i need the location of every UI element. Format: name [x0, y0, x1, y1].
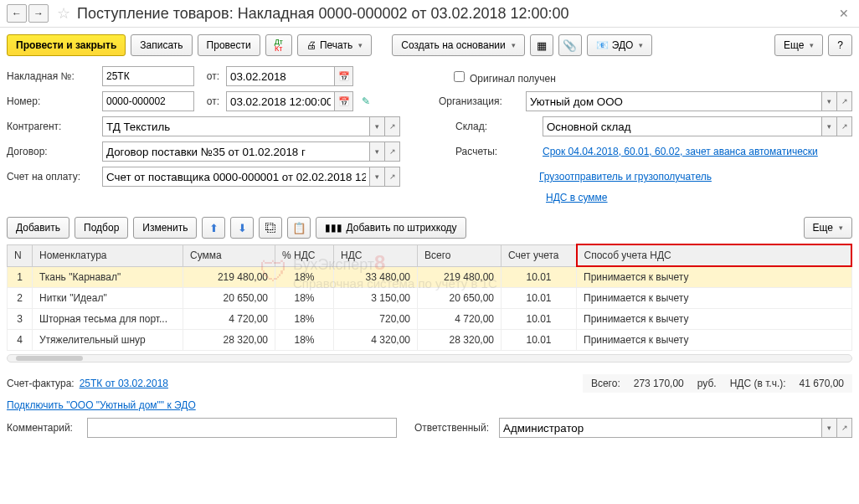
- dt-kt-button[interactable]: ДтКт: [265, 34, 292, 56]
- write-button[interactable]: Записать: [131, 34, 192, 56]
- total-label: Всего:: [591, 378, 620, 389]
- cell-account: 10.01: [502, 309, 577, 330]
- cell-total: 28 320,00: [418, 330, 502, 351]
- col-total[interactable]: Всего: [418, 244, 502, 266]
- cell-n: 3: [8, 309, 33, 330]
- calendar-icon[interactable]: 📅: [335, 66, 353, 86]
- contract-label: Договор:: [7, 146, 99, 157]
- calc-link[interactable]: Срок 04.04.2018, 60.01, 60.02, зачет ава…: [543, 146, 818, 157]
- cell-sum: 219 480,00: [183, 266, 275, 288]
- vat-total-value: 41 670,00: [800, 378, 844, 389]
- contract-input[interactable]: [102, 141, 370, 162]
- open-icon[interactable]: ↗: [385, 167, 400, 187]
- cell-vat-pct: 18%: [275, 330, 334, 351]
- add-row-button[interactable]: Добавить: [7, 217, 69, 239]
- paste-icon[interactable]: 📋: [287, 217, 311, 239]
- vat-mode-link[interactable]: НДС в сумме: [546, 192, 608, 203]
- cell-total: 219 480,00: [418, 266, 502, 288]
- invoice-date-input[interactable]: [226, 66, 335, 86]
- dropdown-icon[interactable]: ▾: [822, 116, 837, 136]
- col-vat-pct[interactable]: % НДС: [275, 244, 334, 266]
- cell-vat: 3 150,00: [334, 288, 418, 309]
- cell-account: 10.01: [502, 288, 577, 309]
- paybill-input[interactable]: [102, 167, 370, 187]
- number-label: Номер:: [7, 95, 99, 107]
- open-icon[interactable]: ↗: [837, 418, 852, 438]
- col-account[interactable]: Счет учета: [502, 244, 577, 266]
- cell-vat-pct: 18%: [275, 266, 334, 288]
- print-button[interactable]: 🖨 Печать: [297, 34, 372, 56]
- invoice-link[interactable]: 25ТК от 03.02.2018: [80, 378, 168, 389]
- cell-method: Принимается к вычету: [577, 309, 852, 330]
- close-icon[interactable]: ✕: [836, 3, 852, 23]
- favorite-star-icon[interactable]: ☆: [57, 4, 70, 23]
- col-nomen[interactable]: Номенклатура: [33, 244, 183, 266]
- add-by-barcode-button[interactable]: ▮▮▮ Добавить по штрихкоду: [316, 217, 466, 239]
- number-input[interactable]: [102, 91, 194, 111]
- post-and-close-button[interactable]: Провести и закрыть: [7, 34, 126, 56]
- window-title: Поступление товаров: Накладная 0000-0000…: [77, 5, 836, 23]
- move-up-icon[interactable]: ⬆: [202, 217, 225, 239]
- counterparty-label: Контрагент:: [7, 121, 99, 132]
- cell-total: 4 720,00: [418, 309, 502, 330]
- open-icon[interactable]: ↗: [385, 141, 400, 162]
- structure-icon[interactable]: ▦: [530, 34, 553, 56]
- post-button[interactable]: Провести: [198, 34, 260, 56]
- status-pencil-icon[interactable]: ✎: [362, 95, 370, 107]
- table-row[interactable]: 4Утяжелительный шнур28 320,0018%4 320,00…: [8, 330, 852, 351]
- invoice-no-input[interactable]: [102, 66, 194, 86]
- nav-back-button[interactable]: ←: [7, 4, 27, 23]
- cell-n: 4: [8, 330, 33, 351]
- table-more-button[interactable]: Еще: [804, 217, 852, 239]
- help-button[interactable]: ?: [828, 34, 852, 56]
- cell-account: 10.01: [502, 266, 577, 288]
- col-vat-method[interactable]: Способ учета НДС: [577, 244, 852, 266]
- counterparty-input[interactable]: [102, 116, 370, 136]
- barcode-icon: ▮▮▮: [325, 222, 342, 234]
- horizontal-scrollbar[interactable]: [7, 354, 852, 363]
- dropdown-icon[interactable]: ▾: [822, 418, 837, 438]
- shipper-link[interactable]: Грузоотправитель и грузополучатель: [539, 171, 712, 183]
- col-n[interactable]: N: [8, 244, 33, 266]
- number-date-input[interactable]: [226, 91, 335, 111]
- edit-row-button[interactable]: Изменить: [133, 217, 197, 239]
- cell-nomen: Шторная тесьма для порт...: [33, 309, 183, 330]
- select-rows-button[interactable]: Подбор: [75, 217, 128, 239]
- items-table: N Номенклатура Сумма % НДС НДС Всего Сче…: [7, 244, 852, 351]
- table-row[interactable]: 1Ткань "Карнавал"219 480,0018%33 480,002…: [8, 266, 852, 288]
- comment-label: Комментарий:: [7, 422, 82, 434]
- org-input[interactable]: [526, 91, 822, 111]
- nav-fwd-button[interactable]: →: [28, 4, 49, 23]
- open-icon[interactable]: ↗: [837, 116, 852, 136]
- dropdown-icon[interactable]: ▾: [370, 141, 385, 162]
- col-vat[interactable]: НДС: [334, 244, 418, 266]
- edo-button[interactable]: 📧 ЭДО: [587, 34, 653, 56]
- comment-input[interactable]: [87, 418, 397, 438]
- move-down-icon[interactable]: ⬇: [230, 217, 254, 239]
- table-row[interactable]: 3Шторная тесьма для порт...4 720,0018%72…: [8, 309, 852, 330]
- cell-method: Принимается к вычету: [577, 330, 852, 351]
- create-based-button[interactable]: Создать на основании: [392, 34, 525, 56]
- col-sum[interactable]: Сумма: [183, 244, 275, 266]
- copy-icon[interactable]: ⿻: [259, 217, 282, 239]
- cell-sum: 20 650,00: [183, 288, 275, 309]
- responsible-input[interactable]: [499, 418, 822, 438]
- cell-total: 20 650,00: [418, 288, 502, 309]
- table-row[interactable]: 2Нитки "Идеал"20 650,0018%3 150,0020 650…: [8, 288, 852, 309]
- attach-clip-icon[interactable]: 📎: [558, 34, 582, 56]
- cell-vat-pct: 18%: [275, 309, 334, 330]
- original-received-checkbox[interactable]: Оригинал получен: [450, 69, 556, 85]
- cell-vat: 4 320,00: [334, 330, 418, 351]
- responsible-label: Ответственный:: [402, 422, 494, 434]
- connect-edo-link[interactable]: Подключить "ООО "Уютный дом"" к ЭДО: [7, 399, 196, 411]
- dropdown-icon[interactable]: ▾: [370, 116, 385, 136]
- open-icon[interactable]: ↗: [385, 116, 400, 136]
- dropdown-icon[interactable]: ▾: [370, 167, 385, 187]
- calendar-icon-2[interactable]: 📅: [335, 91, 353, 111]
- dropdown-icon[interactable]: ▾: [822, 91, 837, 111]
- more-button[interactable]: Еще: [774, 34, 823, 56]
- warehouse-input[interactable]: [543, 116, 822, 136]
- open-icon[interactable]: ↗: [837, 91, 852, 111]
- total-value: 273 170,00: [634, 378, 684, 389]
- org-label: Организация:: [439, 95, 522, 107]
